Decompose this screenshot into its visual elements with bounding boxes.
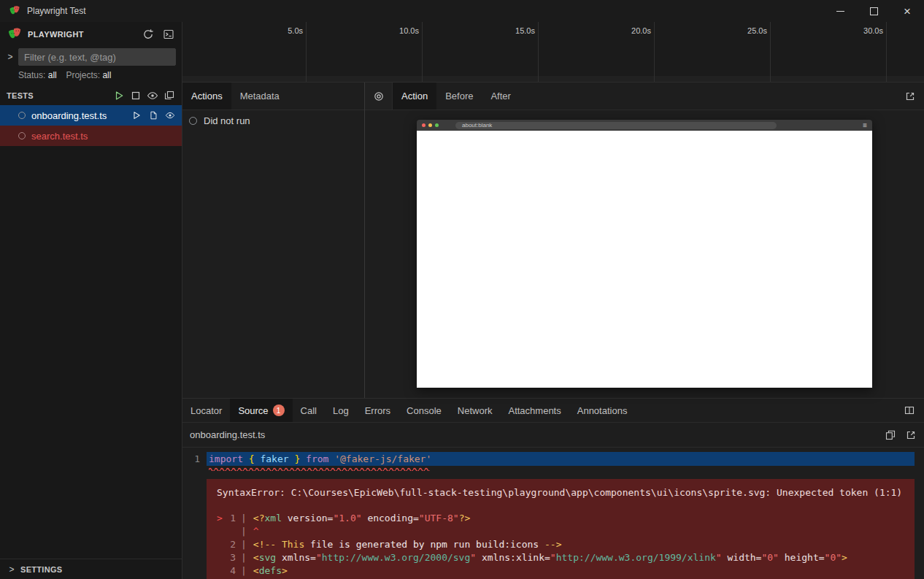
status-label: Status: [18,70,45,80]
main-area: 5.0s10.0s15.0s20.0s25.0s30.0s ActionsMet… [182,22,924,579]
snapshot-toolbar: ActionBeforeAfter [365,83,924,110]
tab-action[interactable]: Action [393,83,436,110]
status-value[interactable]: all [48,70,57,80]
frame-pipe: | [236,525,253,538]
tab-label: Annotations [577,405,628,416]
tab-label: Metadata [240,91,280,101]
tab-after[interactable]: After [482,83,519,110]
filter-input[interactable] [18,48,176,66]
tab-console[interactable]: Console [399,399,450,422]
frame-pipe: | [236,564,253,578]
chevron-right-icon[interactable]: > [4,52,16,62]
timeline-tick-label: 10.0s [399,26,419,35]
collapse-all-icon[interactable] [163,90,175,101]
maximize-button[interactable] [857,0,890,22]
timeline-tick-label: 25.0s [747,26,767,35]
watch-test-icon[interactable] [165,110,175,120]
frame-pipe: | [236,538,253,551]
error-code-frame: >1|<?xml version="1.0" encoding="UTF-8"?… [217,512,904,578]
timeline-tick: 20.0s [539,22,655,82]
open-source-external-icon[interactable] [905,429,917,441]
frame-line-number: 4 [226,564,236,578]
tab-attachments[interactable]: Attachments [500,399,569,422]
test-name: search.test.ts [31,131,88,142]
tab-label: Console [407,405,442,416]
sidebar-section-title: PLAYWRIGHT [28,30,134,39]
projects-label: Projects: [66,70,100,80]
traffic-light-zoom-icon [435,123,439,127]
settings-label: SETTINGS [20,565,62,574]
tests-list: onboarding.test.tssearch.test.ts [0,105,182,146]
watch-all-icon[interactable] [147,90,158,101]
middle-row: ActionsMetadata Did not run ActionBefore… [182,83,924,398]
reload-tests-icon[interactable] [142,28,154,40]
chevron-right-icon: > [6,564,18,575]
test-status-icon [18,112,26,119]
test-item-search.test.ts[interactable]: search.test.ts [0,126,182,146]
pick-locator-button[interactable] [365,83,393,110]
timeline-tick-label: 5.0s [288,26,303,35]
tab-label: Source [238,405,268,416]
error-message: SyntaxError: C:\Courses\EpicWeb\full-sta… [217,486,904,499]
actions-tabbar: ActionsMetadata [182,83,364,110]
tab-label: Errors [365,405,390,416]
timeline[interactable]: 5.0s10.0s15.0s20.0s25.0s30.0s [182,22,924,83]
test-row-actions [131,110,182,120]
frame-marker [217,525,226,538]
maximize-icon [870,7,878,15]
tab-actions[interactable]: Actions [182,83,231,110]
source-code-view[interactable]: 1 import { faker } from '@faker-js/faker… [182,448,924,579]
source-code-row: 1 import { faker } from '@faker-js/faker… [182,452,924,466]
tab-before[interactable]: Before [436,83,482,110]
tab-label: Call [301,405,317,416]
close-button[interactable]: × [890,0,924,22]
stop-tests-icon[interactable] [130,90,142,101]
frame-code: <?xml version="1.0" encoding="UTF-8"?> [253,512,470,525]
timeline-tick: 15.0s [423,22,539,82]
open-snapshot-external-button[interactable] [896,83,924,110]
tab-errors[interactable]: Errors [357,399,399,422]
settings-section-header[interactable]: > SETTINGS [0,559,182,579]
show-source-icon[interactable] [148,110,158,120]
toggle-split-view-button[interactable] [895,399,924,422]
tab-label: Action [401,91,428,101]
tab-metadata[interactable]: Metadata [231,83,288,110]
tests-header-label: TESTS [7,91,108,100]
projects-value[interactable]: all [102,70,111,80]
frame-pipe: | [236,551,253,564]
tab-label: Actions [191,91,223,101]
snapshot-tabs: ActionBeforeAfter [393,83,520,110]
details-tabbar: LocatorSource1CallLogErrorsConsoleNetwor… [182,399,924,423]
page-url: about:blank [462,123,492,129]
run-test-icon[interactable] [131,110,142,120]
source-file-bar: onboarding.test.ts [182,423,924,448]
frame-marker [217,564,226,578]
tab-source[interactable]: Source1 [230,399,292,422]
playwright-logo-icon [9,5,20,17]
minimize-button[interactable] [823,0,857,22]
tab-locator[interactable]: Locator [182,399,230,422]
test-item-onboarding.test.ts[interactable]: onboarding.test.ts [0,105,182,126]
error-frame-line: 2|<!-- This file is generated by npm run… [217,538,904,551]
tab-annotations[interactable]: Annotations [569,399,636,422]
traffic-light-close-icon [422,123,426,127]
frame-pipe: | [236,512,253,525]
error-frame-line: >1|<?xml version="1.0" encoding="UTF-8"?… [217,512,904,525]
timeline-tick: 10.0s [307,22,423,82]
window-title: Playwright Test [27,6,823,16]
run-all-tests-icon[interactable] [113,90,125,101]
copy-icon[interactable] [885,429,896,441]
terminal-icon[interactable] [163,28,174,40]
close-icon: × [904,5,911,18]
frame-code: <svg xmlns="http://www.w3.org/2000/svg" … [253,551,847,564]
tests-section-header: TESTS [0,86,182,105]
tab-log[interactable]: Log [325,399,357,422]
browser-page-blank [417,131,872,388]
playwright-masks-icon [7,27,22,42]
actions-panel: ActionsMetadata Did not run [182,83,365,398]
action-list-item[interactable]: Did not run [182,110,364,131]
filter-row: > [0,47,182,69]
tab-call[interactable]: Call [293,399,325,422]
tab-network[interactable]: Network [450,399,501,422]
timeline-tick-label: 20.0s [631,26,651,35]
